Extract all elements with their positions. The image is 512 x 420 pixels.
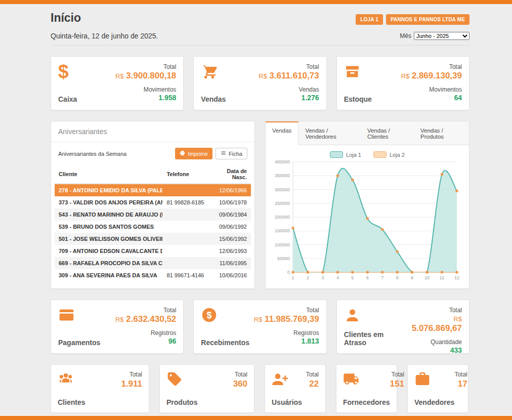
count-label: Registros: [293, 329, 319, 337]
total-amount: R$ 3.900.800,18: [115, 71, 176, 81]
top-orange-bar: [0, 0, 512, 4]
count-value: 64: [454, 94, 462, 102]
page-header: Início LOJA 1 PANNOS E PANNOS LTDA ME: [51, 11, 470, 25]
tab-vendas-vendedores[interactable]: Vendas / Vendedores: [298, 121, 361, 145]
tab-vendas-produtos[interactable]: Vendas / Produtos: [414, 121, 469, 145]
cell-telefone: [162, 184, 211, 196]
count-label: Movimentos: [429, 86, 462, 93]
table-row[interactable]: 373 - VALDIR DOS ANJOS PEREIRA (AN...81 …: [55, 196, 251, 208]
print-button[interactable]: Imprimir: [175, 148, 212, 159]
card-estoque-label: Estoque: [344, 95, 372, 103]
currency-prefix: R$: [115, 316, 124, 323]
svg-text:5: 5: [351, 275, 354, 280]
bottom-orange-bar: [0, 416, 512, 420]
count-value: 1.813: [302, 337, 319, 345]
total-label: Total: [392, 371, 404, 378]
store-button[interactable]: LOJA 1: [356, 14, 383, 25]
briefcase-icon: [414, 371, 454, 389]
svg-text:11: 11: [440, 275, 444, 280]
card-pagamentos-label: Pagamentos: [58, 339, 100, 347]
legend-swatch: [330, 151, 343, 158]
cell-cliente: 543 - RENATO MARINHO DE ARAUJO (F...: [55, 208, 162, 221]
table-row[interactable]: 501 - JOSE WELISSON GOMES OLIVEIR...15/0…: [55, 233, 251, 245]
cell-nasc: 15/06/1992: [211, 233, 251, 245]
table-row[interactable]: 309 - ANA SEVERINA PAES DA SILVA81 99671…: [55, 269, 251, 281]
ficha-button[interactable]: Ficha: [216, 148, 247, 159]
card-recebimentos-label: Recebimentos: [201, 339, 249, 347]
people-icon: [58, 371, 85, 389]
cell-nasc: 11/06/1995: [211, 257, 251, 269]
birthdays-panel: Aniversariantes Aniversariantes da Seman…: [51, 121, 255, 289]
currency-prefix: R$: [115, 72, 124, 80]
currency-prefix: R$: [401, 72, 410, 80]
table-row[interactable]: 539 - BRUNO DOS SANTOS GOMES09/06/1992: [55, 221, 251, 233]
table-row[interactable]: 278 - ANTONIO EMIDIO DA SILVA (PALE...12…: [55, 184, 251, 196]
page-title: Início: [51, 11, 81, 25]
cell-cliente: 539 - BRUNO DOS SANTOS GOMES: [55, 221, 162, 233]
count-label: Registros: [151, 329, 177, 337]
total-amount: R$ 5.076.869,67: [404, 314, 462, 333]
svg-text:0: 0: [287, 270, 290, 275]
tab-vendas[interactable]: Vendas: [266, 121, 298, 145]
svg-text:8: 8: [396, 275, 399, 280]
currency-prefix: R$: [453, 315, 462, 323]
cart-icon: [201, 63, 226, 82]
total-label: Total: [130, 371, 142, 378]
header-buttons: LOJA 1 PANNOS E PANNOS LTDA ME: [356, 14, 470, 25]
stats-row-1: $ Caixa Total R$ 3.900.800,18 Movimentos…: [51, 56, 470, 110]
legend-swatch: [373, 151, 387, 158]
count-value: 1.911: [121, 379, 142, 389]
cell-cliente: 709 - ANTONIO EDSON CAVALCANTE D...: [55, 245, 162, 257]
cell-cliente: 669 - RAFAELA PROCOPIO DA SILVA CA...: [55, 257, 162, 269]
chart-body: Loja 1Loja 2 050000100000150000200000250…: [266, 145, 469, 288]
svg-text:150000: 150000: [275, 228, 290, 233]
total-label: Total: [449, 63, 462, 70]
table-row[interactable]: 669 - RAFAELA PROCOPIO DA SILVA CA...11/…: [55, 257, 251, 269]
svg-text:100000: 100000: [275, 242, 290, 247]
legend-label: Loja 2: [390, 152, 405, 158]
currency-prefix: R$: [254, 316, 263, 323]
archive-icon: [344, 63, 372, 82]
month-picker: Mês Junho - 2025: [400, 32, 470, 40]
card-usuarios-label: Usuários: [272, 398, 302, 406]
company-button[interactable]: PANNOS E PANNOS LTDA ME: [386, 14, 470, 25]
card-vendedores: Vendedores Total 17: [407, 364, 468, 413]
truck-icon: [343, 371, 390, 389]
count-value: 151: [390, 379, 404, 389]
amount-value: 3.611.610,73: [269, 71, 319, 80]
month-select[interactable]: Junho - 2025: [414, 32, 470, 40]
svg-text:3: 3: [321, 275, 324, 280]
credit-card-icon: [58, 307, 100, 325]
amount-value: 5.076.869,67: [412, 323, 462, 333]
col-cliente: Cliente: [55, 165, 162, 184]
table-row[interactable]: 543 - RENATO MARINHO DE ARAUJO (F...09/0…: [55, 208, 251, 221]
dollar-icon: $: [58, 63, 77, 80]
amount-value: 3.900.800,18: [126, 71, 176, 80]
amount-value: 2.869.130,39: [412, 71, 462, 80]
printer-icon: [180, 150, 185, 157]
list-icon: [221, 150, 226, 157]
cell-nasc: 09/06/1984: [211, 208, 251, 221]
cell-nasc: 09/06/1992: [211, 221, 251, 233]
birthdays-subtitle: Aniversariantes da Semana: [58, 151, 126, 157]
svg-text:400000: 400000: [275, 159, 290, 164]
cell-telefone: [162, 233, 211, 245]
svg-text:250000: 250000: [275, 201, 290, 206]
cell-telefone: [162, 208, 211, 221]
table-row[interactable]: 709 - ANTONIO EDSON CAVALCANTE D...12/06…: [55, 245, 251, 257]
total-label: Total: [163, 307, 176, 314]
person-icon: [344, 307, 404, 325]
svg-text:$: $: [207, 310, 212, 320]
cell-cliente: 373 - VALDIR DOS ANJOS PEREIRA (AN...: [55, 196, 162, 208]
total-label: Total: [454, 371, 467, 378]
card-vendas: Vendas Total R$ 3.611.610,73 Vendas 1.27…: [193, 56, 326, 110]
tag-icon: [166, 371, 197, 389]
date-row: Quinta-feira, 12 de junho de 2025. Mês J…: [51, 32, 470, 46]
count-value: 1.276: [302, 94, 319, 102]
svg-text:300000: 300000: [275, 187, 290, 192]
cell-nasc: 10/06/2016: [211, 269, 251, 281]
tab-vendas-clientes[interactable]: Vendas / Clientes: [361, 121, 414, 145]
card-caixa: $ Caixa Total R$ 3.900.800,18 Movimentos…: [51, 56, 184, 110]
current-date: Quinta-feira, 12 de junho de 2025.: [51, 32, 158, 40]
cell-telefone: [162, 257, 211, 269]
